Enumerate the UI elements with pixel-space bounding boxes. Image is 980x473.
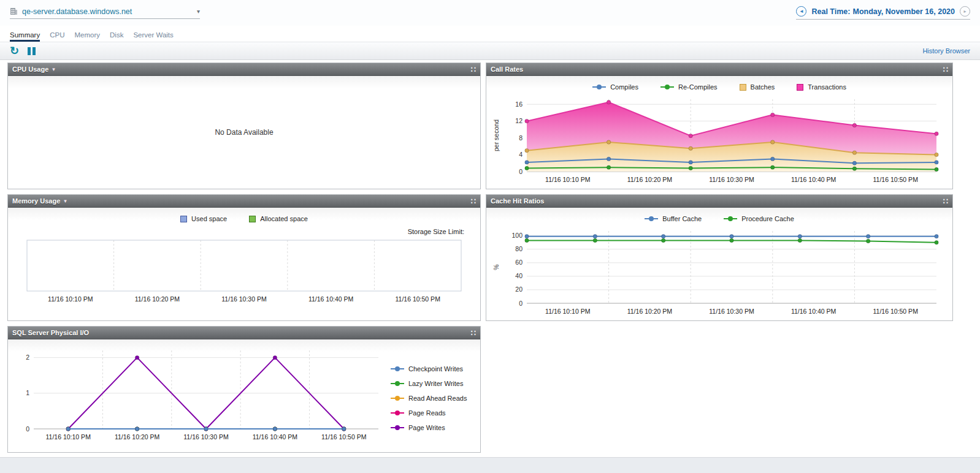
legend-read-ahead-reads[interactable]: Read Ahead Reads	[391, 395, 467, 402]
server-selector[interactable]: qe-server.database.windows.net ▾	[10, 7, 200, 19]
legend-compiles[interactable]: Compiles	[592, 83, 638, 91]
legend-re-compiles[interactable]: Re-Compiles	[660, 83, 718, 91]
call-rates-header[interactable]: Call Rates ∷	[486, 63, 952, 76]
legend-procedure-cache[interactable]: Procedure Cache	[724, 215, 794, 222]
svg-text:11/16 10:20 PM: 11/16 10:20 PM	[115, 433, 159, 441]
legend-label: Lazy Writer Writes	[408, 380, 463, 387]
panel-title: SQL Server Physical I/O	[12, 329, 89, 336]
memory-usage-legend: Used spaceAllocated space	[8, 213, 480, 225]
legend-marker-icon	[645, 216, 658, 222]
caret-down-icon[interactable]: ▾	[52, 67, 55, 72]
legend-label: Transactions	[808, 83, 846, 91]
realtime-control: ◄ Real Time:Monday, November 16, 2020 ▸	[796, 6, 970, 20]
tab-summary[interactable]: Summary	[10, 31, 40, 42]
cache-hit-legend: Buffer CacheProcedure Cache	[486, 213, 952, 225]
legend-label: Re-Compiles	[678, 83, 718, 91]
refresh-icon[interactable]: ↻	[10, 45, 19, 56]
panel-options-icon[interactable]: ∷	[471, 329, 476, 337]
svg-text:11/16 10:40 PM: 11/16 10:40 PM	[791, 176, 836, 183]
toolbar: ↻ History Browser	[0, 42, 980, 60]
svg-text:per second: per second	[492, 119, 500, 151]
svg-text:40: 40	[515, 272, 523, 279]
svg-text:11/16 10:30 PM: 11/16 10:30 PM	[221, 295, 266, 303]
svg-text:11/16 10:10 PM: 11/16 10:10 PM	[48, 295, 93, 303]
storage-size-limit-label: Storage Size Limit:	[8, 227, 480, 236]
legend-marker-icon	[391, 411, 404, 416]
legend-marker-icon	[391, 425, 404, 431]
memory-usage-body: Used spaceAllocated space Storage Size L…	[8, 208, 480, 320]
call-rates-svg: 048121611/16 10:10 PM11/16 10:20 PM11/16…	[491, 94, 946, 189]
realtime-prefix: Real Time:	[811, 7, 850, 16]
panel-options-icon[interactable]: ∷	[943, 66, 948, 74]
call-rates-chart: 048121611/16 10:10 PM11/16 10:20 PM11/16…	[491, 94, 952, 189]
panel-options-icon[interactable]: ∷	[471, 197, 476, 205]
legend-label: Read Ahead Reads	[408, 395, 467, 402]
legend-buffer-cache[interactable]: Buffer Cache	[645, 215, 702, 222]
panel-physical-io: SQL Server Physical I/O ∷ 01211/16 10:10…	[7, 326, 481, 453]
cpu-usage-header[interactable]: CPU Usage ▾ ∷	[8, 63, 480, 76]
legend-label: Batches	[751, 83, 775, 91]
memory-usage-chart: 11/16 10:10 PM11/16 10:20 PM11/16 10:30 …	[25, 238, 463, 307]
legend-page-writes[interactable]: Page Writes	[391, 424, 467, 431]
svg-text:80: 80	[515, 245, 523, 252]
legend-lazy-writer-writes[interactable]: Lazy Writer Writes	[391, 380, 467, 387]
tab-disk[interactable]: Disk	[110, 31, 123, 42]
no-data-message: No Data Available	[215, 128, 273, 137]
memory-usage-header[interactable]: Memory Usage ▾ ∷	[8, 195, 480, 208]
legend-batches[interactable]: Batches	[740, 83, 775, 91]
tab-server-waits[interactable]: Server Waits	[133, 31, 173, 42]
cpu-usage-body: No Data Available	[8, 76, 480, 189]
panel-options-icon[interactable]: ∷	[471, 66, 476, 74]
memory-usage-svg: 11/16 10:10 PM11/16 10:20 PM11/16 10:30 …	[25, 238, 463, 307]
cache-hit-header[interactable]: Cache Hit Ratios ∷	[486, 195, 952, 208]
svg-text:8: 8	[519, 134, 523, 142]
cache-hit-body: Buffer CacheProcedure Cache 020406080100…	[486, 208, 952, 320]
svg-text:11/16 10:40 PM: 11/16 10:40 PM	[253, 433, 297, 441]
physical-io-header[interactable]: SQL Server Physical I/O ∷	[8, 327, 480, 339]
svg-text:11/16 10:50 PM: 11/16 10:50 PM	[873, 308, 918, 315]
history-browser-link[interactable]: History Browser	[922, 47, 970, 55]
legend-marker-icon	[180, 216, 187, 222]
svg-text:11/16 10:10 PM: 11/16 10:10 PM	[46, 433, 91, 441]
legend-marker-icon	[797, 84, 803, 91]
tab-cpu[interactable]: CPU	[50, 31, 64, 42]
svg-text:0: 0	[519, 300, 523, 307]
realtime-date: Monday, November 16, 2020	[852, 7, 955, 16]
legend-marker-icon	[660, 85, 674, 90]
call-rates-legend: CompilesRe-CompilesBatchesTransactions	[486, 81, 952, 93]
svg-text:100: 100	[511, 232, 523, 239]
svg-text:60: 60	[515, 259, 523, 266]
legend-marker-icon	[249, 216, 256, 222]
legend-marker-icon	[391, 381, 404, 387]
svg-text:11/16 10:50 PM: 11/16 10:50 PM	[873, 176, 918, 183]
pause-icon[interactable]	[28, 47, 36, 55]
svg-text:11/16 10:30 PM: 11/16 10:30 PM	[709, 308, 754, 315]
legend-marker-icon	[391, 366, 404, 372]
call-rates-body: CompilesRe-CompilesBatchesTransactions 0…	[486, 76, 952, 189]
svg-text:1: 1	[26, 389, 29, 396]
cache-hit-chart: 02040608010011/16 10:10 PM11/16 10:20 PM…	[491, 226, 952, 320]
svg-text:11/16 10:40 PM: 11/16 10:40 PM	[791, 308, 836, 315]
legend-label: Page Writes	[408, 424, 445, 431]
footer-strip	[0, 457, 980, 473]
svg-text:16: 16	[515, 100, 523, 108]
tab-memory[interactable]: Memory	[74, 31, 100, 42]
physical-io-legend: Checkpoint WritesLazy Writer WritesRead …	[391, 365, 467, 431]
svg-text:11/16 10:30 PM: 11/16 10:30 PM	[183, 433, 228, 441]
panel-options-icon[interactable]: ∷	[943, 197, 948, 205]
legend-label: Compiles	[610, 83, 638, 91]
legend-transactions[interactable]: Transactions	[797, 83, 846, 91]
history-forward-icon[interactable]: ▸	[960, 6, 970, 17]
server-icon	[10, 7, 18, 15]
legend-allocated-space[interactable]: Allocated space	[249, 215, 308, 222]
history-back-icon[interactable]: ◄	[796, 6, 806, 17]
panel-title: Call Rates	[491, 66, 523, 73]
legend-marker-icon	[391, 396, 404, 401]
svg-text:20: 20	[515, 286, 523, 293]
legend-page-reads[interactable]: Page Reads	[391, 409, 467, 417]
legend-used-space[interactable]: Used space	[180, 215, 227, 222]
legend-label: Checkpoint Writes	[408, 365, 463, 373]
caret-down-icon[interactable]: ▾	[64, 199, 67, 204]
legend-checkpoint-writes[interactable]: Checkpoint Writes	[391, 365, 467, 373]
physical-io-body: 01211/16 10:10 PM11/16 10:20 PM11/16 10:…	[8, 339, 480, 452]
